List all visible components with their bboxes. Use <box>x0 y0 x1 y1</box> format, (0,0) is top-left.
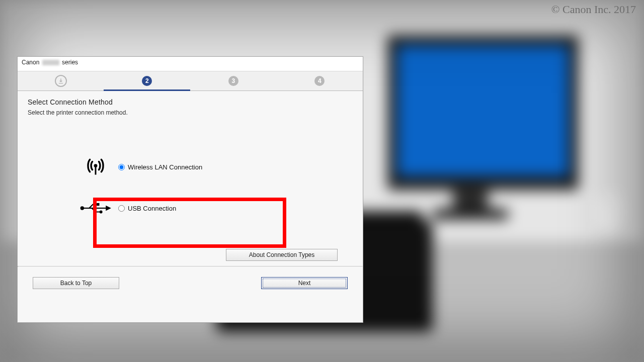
svg-rect-1 <box>95 166 97 174</box>
option-usb[interactable]: USB Connection <box>73 188 353 229</box>
copyright-text: © Canon Inc. 2017 <box>551 3 636 16</box>
radio-usb-label: USB Connection <box>128 205 176 212</box>
page-subtext: Select the printer connection method. <box>28 109 353 116</box>
step-indicator: 2 3 4 <box>18 71 363 91</box>
step-4: 4 <box>277 71 363 90</box>
step-1 <box>18 71 104 90</box>
page-heading: Select Connection Method <box>28 98 353 106</box>
radio-usb[interactable]: USB Connection <box>118 205 176 212</box>
title-suffix: series <box>62 59 78 66</box>
next-button[interactable]: Next <box>261 277 348 289</box>
step-3: 3 <box>190 71 277 90</box>
step-2: 2 <box>104 71 191 90</box>
svg-point-6 <box>100 211 103 214</box>
titlebar: Canon series <box>18 57 363 71</box>
back-to-top-button[interactable]: Back to Top <box>33 277 119 289</box>
step-4-number: 4 <box>314 76 325 86</box>
setup-dialog: Canon series 2 3 4 Select Connection Met… <box>17 56 363 323</box>
svg-rect-5 <box>97 203 99 206</box>
step-3-number: 3 <box>228 76 238 86</box>
radio-usb-input[interactable] <box>118 205 125 212</box>
usb-icon <box>73 200 118 217</box>
radio-wireless-label: Wireless LAN Connection <box>128 163 202 171</box>
title-prefix: Canon <box>22 59 39 66</box>
radio-wireless[interactable]: Wireless LAN Connection <box>118 163 202 171</box>
wireless-icon <box>73 154 118 180</box>
svg-rect-3 <box>83 208 106 209</box>
radio-wireless-input[interactable] <box>118 164 125 170</box>
title-model-blurred <box>42 60 59 65</box>
svg-marker-4 <box>106 206 111 211</box>
download-arrow-icon <box>55 75 67 87</box>
step-2-number: 2 <box>142 76 152 86</box>
about-connection-types-button[interactable]: About Connection Types <box>226 249 338 261</box>
option-wireless[interactable]: Wireless LAN Connection <box>73 146 353 188</box>
